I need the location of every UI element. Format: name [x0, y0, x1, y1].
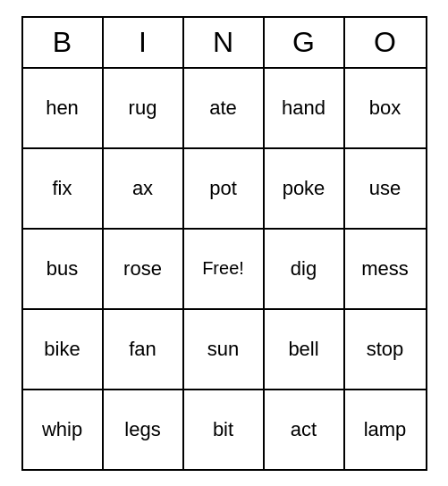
- bingo-cell-1-3: poke: [265, 149, 345, 228]
- bingo-cell-4-4: lamp: [345, 390, 426, 469]
- header-cell-B: B: [23, 18, 104, 67]
- bingo-cell-3-4: stop: [345, 310, 426, 389]
- bingo-row-1: fixaxpotpokeuse: [23, 149, 426, 230]
- header-cell-N: N: [184, 18, 265, 67]
- bingo-cell-0-3: hand: [265, 69, 345, 147]
- header-cell-I: I: [104, 18, 184, 67]
- bingo-cell-1-2: pot: [184, 149, 265, 228]
- bingo-cell-0-4: box: [345, 69, 426, 147]
- bingo-cell-0-2: ate: [184, 69, 265, 147]
- bingo-cell-4-2: bit: [184, 390, 265, 469]
- bingo-cell-1-4: use: [345, 149, 426, 228]
- bingo-cell-3-1: fan: [104, 310, 184, 389]
- bingo-cell-3-2: sun: [184, 310, 265, 389]
- bingo-cell-4-3: act: [265, 390, 345, 469]
- bingo-cell-4-1: legs: [104, 390, 184, 469]
- bingo-cell-0-0: hen: [23, 69, 104, 147]
- bingo-cell-1-1: ax: [104, 149, 184, 228]
- bingo-row-0: henrugatehandbox: [23, 69, 426, 149]
- bingo-cell-3-3: bell: [265, 310, 345, 389]
- bingo-cell-2-2: Free!: [184, 230, 265, 308]
- bingo-header: BINGO: [23, 18, 426, 69]
- bingo-cell-3-0: bike: [23, 310, 104, 389]
- bingo-row-2: busroseFree!digmess: [23, 230, 426, 310]
- bingo-cell-2-1: rose: [104, 230, 184, 308]
- bingo-cell-0-1: rug: [104, 69, 184, 147]
- bingo-cell-2-3: dig: [265, 230, 345, 308]
- bingo-cell-2-0: bus: [23, 230, 104, 308]
- bingo-row-3: bikefansunbellstop: [23, 310, 426, 390]
- bingo-cell-2-4: mess: [345, 230, 426, 308]
- bingo-cell-1-0: fix: [23, 149, 104, 228]
- header-cell-O: O: [345, 18, 426, 67]
- header-cell-G: G: [265, 18, 345, 67]
- bingo-cell-4-0: whip: [23, 390, 104, 469]
- bingo-card: BINGO henrugatehandboxfixaxpotpokeusebus…: [21, 16, 427, 471]
- bingo-row-4: whiplegsbitactlamp: [23, 390, 426, 469]
- bingo-body: henrugatehandboxfixaxpotpokeusebusroseFr…: [23, 69, 426, 469]
